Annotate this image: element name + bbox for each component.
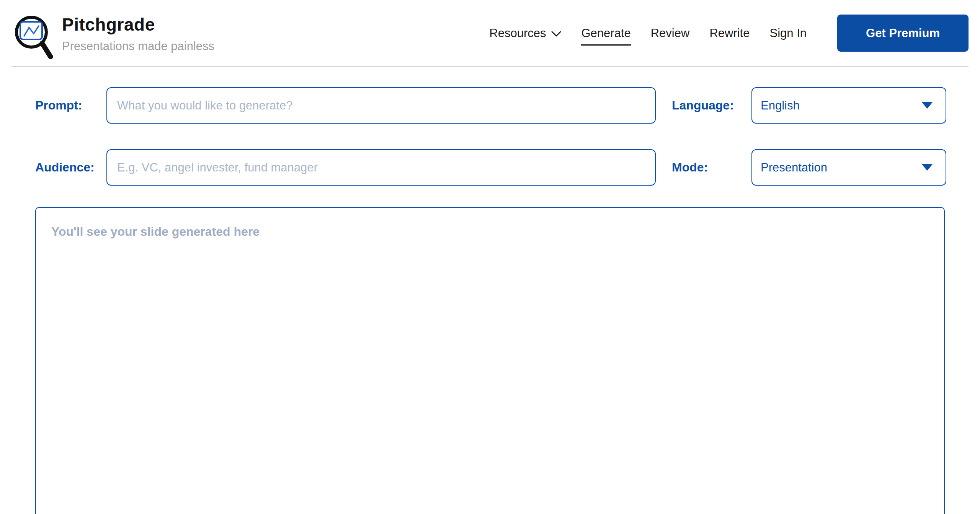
prompt-label: Prompt: (35, 87, 82, 124)
slide-output-area: You'll see your slide generated here (35, 207, 945, 514)
prompt-input[interactable] (106, 87, 656, 124)
audience-label: Audience: (35, 149, 95, 186)
mode-label: Mode: (672, 149, 708, 186)
get-premium-button[interactable]: Get Premium (837, 15, 969, 52)
dropdown-arrow-icon (922, 164, 933, 171)
language-select[interactable]: English (751, 87, 946, 124)
nav-item-generate[interactable]: Generate (581, 26, 630, 40)
nav-item-resources[interactable]: Resources (489, 26, 561, 40)
nav-item-review[interactable]: Review (651, 26, 690, 40)
slide-output-placeholder: You'll see your slide generated here (51, 225, 929, 239)
magnifier-chart-logo-icon (11, 10, 54, 60)
audience-input[interactable] (106, 149, 656, 186)
main-nav: Resources Generate Review Rewrite Sign I… (489, 15, 969, 52)
language-selected-value: English (761, 99, 800, 113)
brand[interactable]: Pitchgrade Presentations made painless (11, 6, 214, 60)
header: Pitchgrade Presentations made painless R… (11, 0, 969, 67)
pitchgrade-generate-page: Pitchgrade Presentations made painless R… (0, 0, 980, 514)
mode-selected-value: Presentation (761, 161, 827, 175)
language-label: Language: (672, 87, 734, 124)
dropdown-arrow-icon (922, 102, 933, 109)
brand-text: Pitchgrade Presentations made painless (62, 14, 214, 53)
nav-item-rewrite[interactable]: Rewrite (709, 26, 750, 40)
page-title: Pitchgrade (62, 14, 214, 35)
brand-tagline: Presentations made painless (62, 39, 214, 53)
nav-item-signin[interactable]: Sign In (769, 26, 807, 40)
nav-resources-label: Resources (489, 26, 546, 40)
chevron-down-icon (551, 31, 561, 37)
mode-select[interactable]: Presentation (751, 149, 946, 186)
